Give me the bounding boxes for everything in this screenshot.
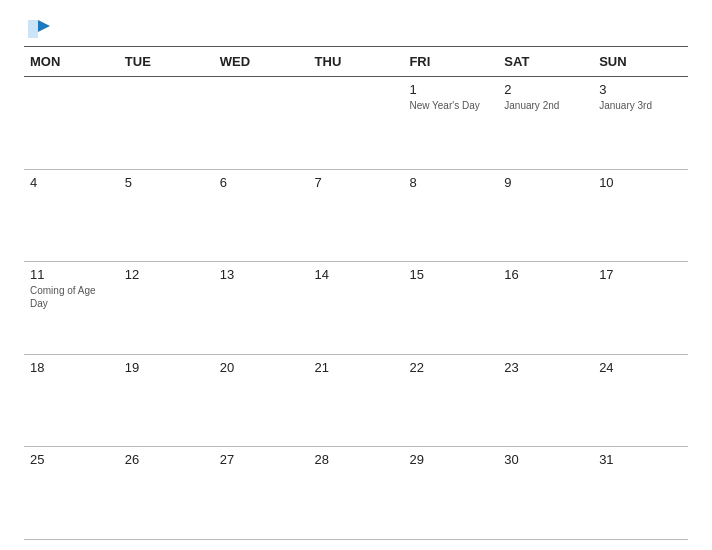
day-cell: 31 [593, 447, 688, 539]
day-cell: 10 [593, 170, 688, 262]
day-cell: 5 [119, 170, 214, 262]
day-cell: 2January 2nd [498, 77, 593, 169]
day-cell: 19 [119, 355, 214, 447]
day-number: 18 [30, 360, 113, 375]
day-number: 19 [125, 360, 208, 375]
day-number: 26 [125, 452, 208, 467]
day-cell: 23 [498, 355, 593, 447]
day-number: 16 [504, 267, 587, 282]
logo [24, 18, 50, 40]
day-number: 14 [315, 267, 398, 282]
day-number: 31 [599, 452, 682, 467]
day-number: 1 [409, 82, 492, 97]
day-number: 9 [504, 175, 587, 190]
day-header-thu: THU [309, 51, 404, 72]
day-header-sun: SUN [593, 51, 688, 72]
day-number: 29 [409, 452, 492, 467]
day-cell: 12 [119, 262, 214, 354]
day-cell: 9 [498, 170, 593, 262]
day-cell: 14 [309, 262, 404, 354]
day-cell: 28 [309, 447, 404, 539]
day-cell: 27 [214, 447, 309, 539]
day-cell: 8 [403, 170, 498, 262]
day-cell: 3January 3rd [593, 77, 688, 169]
week-row-3: 11Coming of Age Day121314151617 [24, 262, 688, 355]
day-number: 5 [125, 175, 208, 190]
day-number: 21 [315, 360, 398, 375]
calendar-grid: MONTUEWEDTHUFRISATSUN 1New Year's Day2Ja… [24, 47, 688, 540]
day-cell [309, 77, 404, 169]
day-number: 13 [220, 267, 303, 282]
day-cell: 20 [214, 355, 309, 447]
day-number: 25 [30, 452, 113, 467]
holiday-name: January 3rd [599, 99, 682, 112]
day-number: 23 [504, 360, 587, 375]
day-number: 30 [504, 452, 587, 467]
logo-flag-icon [28, 18, 50, 40]
day-headers-row: MONTUEWEDTHUFRISATSUN [24, 47, 688, 77]
day-header-tue: TUE [119, 51, 214, 72]
day-cell: 13 [214, 262, 309, 354]
day-number: 11 [30, 267, 113, 282]
holiday-name: Coming of Age Day [30, 284, 113, 310]
day-number: 20 [220, 360, 303, 375]
day-cell [24, 77, 119, 169]
holiday-name: January 2nd [504, 99, 587, 112]
week-row-5: 25262728293031 [24, 447, 688, 540]
day-number: 10 [599, 175, 682, 190]
day-header-fri: FRI [403, 51, 498, 72]
svg-rect-0 [28, 20, 38, 38]
day-cell: 21 [309, 355, 404, 447]
calendar-header [24, 18, 688, 40]
day-cell [119, 77, 214, 169]
day-number: 6 [220, 175, 303, 190]
day-cell: 17 [593, 262, 688, 354]
day-cell: 4 [24, 170, 119, 262]
day-header-mon: MON [24, 51, 119, 72]
day-number: 24 [599, 360, 682, 375]
day-number: 22 [409, 360, 492, 375]
day-cell: 7 [309, 170, 404, 262]
day-number: 8 [409, 175, 492, 190]
day-cell: 30 [498, 447, 593, 539]
day-number: 7 [315, 175, 398, 190]
day-number: 28 [315, 452, 398, 467]
day-cell: 15 [403, 262, 498, 354]
day-cell: 26 [119, 447, 214, 539]
day-header-wed: WED [214, 51, 309, 72]
day-cell: 29 [403, 447, 498, 539]
day-cell: 24 [593, 355, 688, 447]
week-row-4: 18192021222324 [24, 355, 688, 448]
day-cell: 16 [498, 262, 593, 354]
day-number: 4 [30, 175, 113, 190]
weeks-container: 1New Year's Day2January 2nd3January 3rd4… [24, 77, 688, 540]
day-cell: 6 [214, 170, 309, 262]
day-number: 15 [409, 267, 492, 282]
day-number: 17 [599, 267, 682, 282]
day-number: 3 [599, 82, 682, 97]
week-row-2: 45678910 [24, 170, 688, 263]
calendar-container: MONTUEWEDTHUFRISATSUN 1New Year's Day2Ja… [0, 0, 712, 550]
day-number: 2 [504, 82, 587, 97]
day-header-sat: SAT [498, 51, 593, 72]
day-number: 27 [220, 452, 303, 467]
day-cell: 18 [24, 355, 119, 447]
day-cell: 25 [24, 447, 119, 539]
day-cell: 22 [403, 355, 498, 447]
day-number: 12 [125, 267, 208, 282]
day-cell: 1New Year's Day [403, 77, 498, 169]
week-row-1: 1New Year's Day2January 2nd3January 3rd [24, 77, 688, 170]
day-cell: 11Coming of Age Day [24, 262, 119, 354]
day-cell [214, 77, 309, 169]
holiday-name: New Year's Day [409, 99, 492, 112]
svg-marker-1 [38, 20, 50, 32]
